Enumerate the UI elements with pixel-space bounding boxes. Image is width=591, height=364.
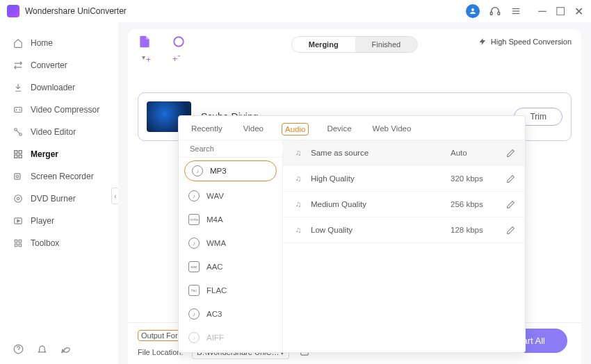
audio-format-icon: ♪	[188, 308, 200, 320]
titlebar: Wondershare UniConverter ─ ☐ ✕	[0, 0, 591, 22]
format-list: ♪MP3 ♪WAV m4aM4A ♪WMA aacAAC flacFLAC ♪A…	[179, 140, 283, 352]
status-segmented: Merging Finished	[291, 36, 418, 53]
close-button[interactable]: ✕	[573, 6, 584, 17]
sidebar-item-label: DVD Burner	[31, 194, 76, 204]
svg-rect-19	[15, 240, 17, 242]
svg-rect-9	[15, 151, 17, 154]
app-logo-icon	[7, 5, 19, 17]
svg-point-15	[15, 195, 22, 203]
headset-icon[interactable]	[489, 6, 501, 17]
svg-rect-1	[490, 12, 492, 15]
svg-rect-20	[19, 240, 22, 242]
svg-point-0	[471, 8, 474, 11]
high-speed-toggle[interactable]: High Speed Conversion	[478, 38, 572, 46]
format-wma[interactable]: ♪WMA	[179, 231, 282, 255]
music-icon: ♫	[293, 224, 304, 235]
app-title: Wondershare UniConverter	[25, 6, 466, 16]
quality-same-as-source[interactable]: ♫ Same as source Auto	[283, 140, 525, 166]
audio-format-icon: aac	[188, 261, 200, 272]
format-m4a[interactable]: m4aM4A	[179, 208, 282, 231]
svg-point-14	[16, 175, 19, 178]
sidebar-item-label: Video Compressor	[31, 105, 99, 115]
edit-preset-icon[interactable]	[506, 149, 515, 158]
audio-format-icon: m4a	[188, 214, 200, 225]
help-icon[interactable]	[13, 343, 24, 354]
sidebar-item-downloader[interactable]: Downloader	[0, 76, 118, 99]
sidebar-item-recorder[interactable]: Screen Recorder	[0, 165, 118, 188]
tab-webvideo[interactable]: Web Video	[370, 123, 414, 135]
music-icon: ♫	[293, 173, 304, 184]
format-popup: Recently Video Audio Device Web Video ♪M…	[178, 115, 526, 353]
format-aiff[interactable]: ♪AIFF	[179, 326, 282, 349]
quality-low[interactable]: ♫ Low Quality 128 kbps	[283, 217, 525, 243]
format-wav[interactable]: ♪WAV	[179, 184, 282, 208]
minimize-button[interactable]: ─	[537, 6, 548, 17]
maximize-button[interactable]: ☐	[555, 6, 566, 17]
svg-rect-2	[498, 12, 500, 15]
quality-high[interactable]: ♫ High Quality 320 kbps	[283, 166, 525, 192]
dvd-icon	[13, 193, 24, 204]
converter-icon	[13, 60, 24, 71]
svg-rect-11	[15, 155, 17, 158]
user-avatar[interactable]	[466, 4, 480, 18]
edit-preset-icon[interactable]	[506, 200, 515, 209]
sidebar-item-label: Merger	[31, 149, 58, 159]
sidebar-item-label: Screen Recorder	[31, 172, 94, 181]
sidebar-item-home[interactable]: Home	[0, 32, 118, 54]
sidebar-item-editor[interactable]: Video Editor	[0, 121, 118, 143]
recorder-icon	[13, 171, 24, 182]
player-icon	[13, 215, 24, 226]
audio-format-icon: ♪	[192, 165, 203, 176]
seg-merging[interactable]: Merging	[292, 37, 355, 52]
feedback-icon[interactable]	[60, 343, 71, 354]
svg-rect-6	[15, 108, 22, 113]
svg-marker-18	[17, 220, 19, 222]
sidebar-item-label: Downloader	[31, 83, 75, 92]
quality-medium[interactable]: ♫ Medium Quality 256 kbps	[283, 192, 525, 217]
tab-recently[interactable]: Recently	[188, 123, 225, 135]
sidebar-item-compressor[interactable]: Video Compressor	[0, 99, 118, 121]
sidebar: Home Converter Downloader Video Compress…	[0, 22, 118, 364]
seg-finished[interactable]: Finished	[355, 37, 418, 52]
format-ac3[interactable]: ♪AC3	[179, 302, 282, 326]
bell-icon[interactable]	[36, 343, 47, 354]
svg-rect-10	[19, 151, 22, 154]
main-area: +▾ +▾ Merging Finished High Speed Conver…	[118, 22, 591, 364]
svg-point-16	[17, 197, 19, 200]
format-mp3[interactable]: ♪MP3	[184, 160, 277, 181]
tab-audio[interactable]: Audio	[282, 123, 309, 135]
edit-preset-icon[interactable]	[506, 174, 515, 183]
search-input[interactable]	[190, 144, 286, 153]
format-search[interactable]	[179, 140, 282, 158]
compressor-icon	[13, 104, 24, 115]
svg-rect-13	[15, 174, 20, 179]
home-icon	[13, 38, 24, 49]
svg-rect-21	[15, 244, 17, 247]
sidebar-item-toolbox[interactable]: Toolbox	[0, 232, 118, 254]
svg-point-24	[174, 37, 184, 47]
merger-icon	[13, 149, 24, 160]
format-aac[interactable]: aacAAC	[179, 255, 282, 279]
tab-device[interactable]: Device	[324, 123, 354, 135]
sidebar-item-label: Toolbox	[31, 238, 59, 248]
edit-preset-icon[interactable]	[506, 226, 515, 235]
sidebar-item-dvd[interactable]: DVD Burner	[0, 188, 118, 210]
sidebar-item-label: Home	[31, 38, 53, 48]
audio-format-icon: ♪	[188, 238, 200, 249]
format-flac[interactable]: flacFLAC	[179, 279, 282, 302]
sidebar-item-label: Video Editor	[31, 127, 76, 137]
svg-rect-22	[19, 244, 22, 247]
sidebar-item-label: Converter	[31, 60, 67, 70]
sidebar-item-merger[interactable]: Merger	[0, 143, 118, 165]
add-file-button[interactable]: +▾	[138, 35, 152, 63]
quality-list: ♫ Same as source Auto ♫ High Quality 320…	[283, 140, 525, 352]
add-url-button[interactable]: +▾	[172, 35, 185, 63]
sidebar-item-player[interactable]: Player	[0, 210, 118, 232]
tab-video[interactable]: Video	[241, 123, 266, 135]
music-icon: ♫	[293, 147, 304, 158]
audio-format-icon: ♪	[188, 190, 200, 201]
audio-format-icon: ♪	[188, 332, 200, 343]
svg-rect-12	[19, 155, 22, 158]
sidebar-item-converter[interactable]: Converter	[0, 54, 118, 76]
menu-icon[interactable]	[510, 6, 521, 17]
